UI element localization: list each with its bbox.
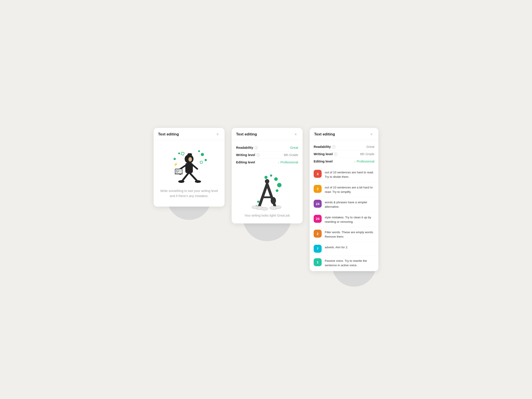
svg-point-3 (174, 158, 176, 160)
svg-point-29 (274, 177, 278, 181)
svg-point-21 (189, 153, 192, 156)
svg-rect-5 (181, 152, 184, 155)
stat3-writing-level-value: 8th Grade (360, 152, 375, 156)
svg-rect-12 (185, 163, 193, 173)
card-2: Text editing × Readability i Great Writi… (232, 128, 303, 223)
svg-point-31 (276, 189, 279, 192)
card-2-illustration-area: Your writing looks tight! Great job (232, 168, 303, 223)
stat3-editing-level-row: Editing level ⌄ Professional (314, 158, 374, 165)
svg-text:⚡: ⚡ (174, 162, 178, 166)
card-2-bottom-text: Your writing looks tight! Great job (245, 214, 290, 217)
feedback-item-6: 1 Passive voice. Try to rewrite the sent… (310, 256, 378, 270)
svg-point-30 (277, 183, 282, 187)
stat-readability-value: Great (290, 146, 298, 149)
stat3-writing-level-row: Writing level i 8th Grade (314, 151, 374, 158)
svg-line-9 (189, 172, 197, 181)
svg-line-18 (193, 165, 197, 169)
feedback-item-3: 24 style mistakes. Try to clean it up by… (310, 212, 378, 227)
svg-point-11 (195, 180, 201, 183)
svg-point-10 (178, 180, 184, 183)
feedback-text-5: adverb. Aim for 2. (325, 245, 348, 250)
feedback-item-1: 2 out of 10 sentences are a bit hard to … (310, 182, 378, 197)
feedback-item-5: 7 adverb. Aim for 2. (310, 242, 378, 256)
stat3-readability-row: Readability i Great (314, 143, 374, 151)
card-1: Text editing × (154, 128, 225, 207)
card-1-illustration: ⚡ (167, 147, 211, 184)
writing-level-info-icon[interactable]: i (256, 153, 260, 157)
chevron-down-icon: ⌄ (278, 161, 279, 164)
stat-readability-label: Readability i (236, 146, 258, 149)
stat3-readability-value: Great (367, 145, 374, 149)
card-1-header: Text editing × (154, 128, 225, 140)
svg-point-1 (205, 159, 207, 161)
feedback-item-4: 2 Filler words. These are empty words. R… (310, 227, 378, 242)
card-1-empty-text: Write something to see your writing leve… (158, 188, 220, 199)
svg-point-32 (257, 201, 259, 203)
card-2-close-button[interactable]: × (293, 132, 298, 137)
card-3-header: Text editing × (310, 128, 378, 140)
badge-1: 2 (314, 185, 322, 193)
badge-4: 2 (314, 230, 322, 238)
feedback-text-4: Filler words. These are empty words. Rem… (325, 230, 374, 239)
stat-editing-level-label: Editing level (236, 160, 255, 164)
svg-line-8 (183, 172, 189, 181)
card-3-feedback-list: 3 out of 10 sentences are hard to read. … (310, 166, 378, 271)
svg-line-34 (259, 184, 267, 206)
svg-rect-23 (176, 170, 177, 171)
badge-5: 7 (314, 245, 322, 253)
stat-editing-level-value[interactable]: ⌄ Professional (278, 160, 298, 164)
stat-writing-level-value: 8th Grade (284, 153, 298, 157)
svg-rect-25 (176, 171, 179, 171)
svg-point-22 (188, 157, 192, 162)
badge-6: 1 (314, 258, 322, 266)
svg-point-0 (201, 153, 204, 156)
svg-point-44 (275, 206, 281, 209)
feedback-text-1: out of 10 sentences are a bit hard to re… (325, 185, 374, 194)
readability-info-icon[interactable]: i (254, 146, 258, 149)
svg-rect-6 (200, 161, 203, 164)
svg-point-2 (198, 150, 200, 152)
stat-writing-level-label: Writing level i (236, 153, 260, 157)
stat3-editing-level-label: Editing level (314, 160, 332, 163)
card-2-stats: Readability i Great Writing level i 8th … (232, 140, 303, 168)
card-1-close-button[interactable]: × (215, 132, 220, 137)
stat3-readability-label: Readability i (314, 145, 335, 149)
feedback-text-6: Passive voice. Try to rewrite the senten… (325, 258, 374, 268)
readability3-info-icon[interactable]: i (332, 145, 335, 149)
stat-writing-level-row: Writing level i 8th Grade (236, 151, 298, 159)
card-3-close-button[interactable]: × (369, 132, 374, 137)
card-3-title: Text editing (314, 132, 335, 137)
card-2-header: Text editing × (232, 128, 303, 140)
svg-point-37 (265, 179, 269, 184)
chevron-down3-icon: ⌄ (354, 160, 356, 163)
stat-editing-level-row: Editing level ⌄ Professional (236, 159, 298, 166)
feedback-text-0: out of 10 sentences are hard to read. Tr… (325, 170, 374, 179)
svg-rect-24 (177, 170, 180, 170)
card-3: Text editing × Readability i Great Writi… (310, 128, 378, 271)
badge-0: 3 (314, 170, 322, 178)
svg-point-4 (178, 152, 180, 154)
feedback-text-2: words & phrases have a simpler alternati… (325, 200, 374, 209)
stat-readability-row: Readability i Great (236, 144, 298, 151)
card-1-title: Text editing (158, 132, 179, 137)
badge-3: 24 (314, 215, 322, 223)
writing-level3-info-icon[interactable]: i (334, 152, 337, 156)
svg-point-27 (265, 176, 267, 179)
feedback-text-3: style mistakes. Try to clean it up by re… (325, 215, 374, 224)
card-1-body: ⚡ (154, 140, 225, 207)
feedback-item-0: 3 out of 10 sentences are hard to read. … (310, 167, 378, 182)
svg-point-28 (270, 174, 272, 177)
badge-2: 24 (314, 200, 322, 208)
svg-rect-26 (176, 172, 178, 172)
card-2-title: Text editing (236, 132, 257, 137)
feedback-item-2: 24 words & phrases have a simpler altern… (310, 197, 378, 212)
card-3-stats: Readability i Great Writing level i 8th … (310, 140, 378, 166)
svg-point-42 (261, 207, 268, 210)
stat3-editing-level-value[interactable]: ⌄ Professional (354, 160, 374, 163)
stat3-writing-level-label: Writing level i (314, 152, 337, 156)
svg-point-41 (252, 206, 258, 209)
